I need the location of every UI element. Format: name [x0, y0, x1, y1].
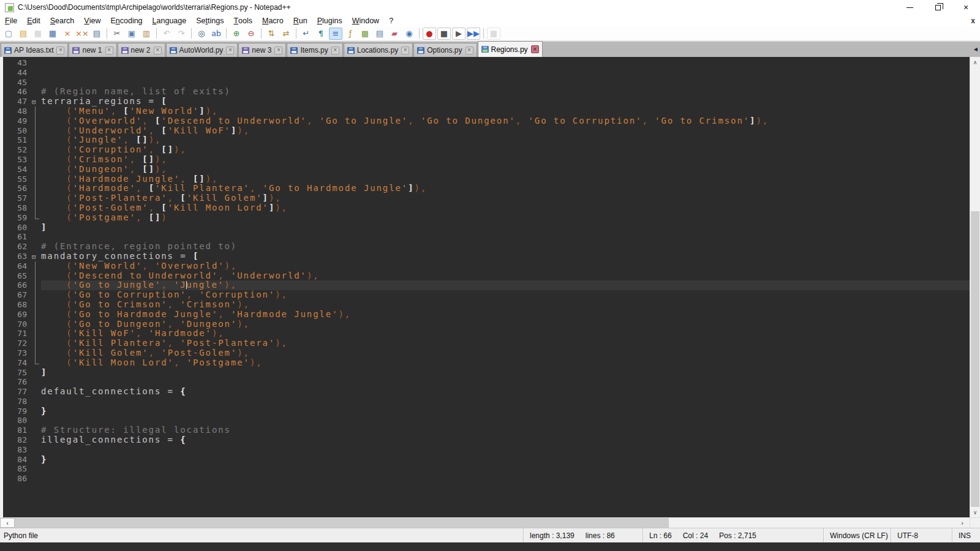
function-list-icon[interactable]: ƒ [344, 28, 357, 40]
tab-autoworld-py[interactable]: AutoWorld.py× [166, 43, 238, 57]
code-line[interactable]: 86 [3, 474, 970, 484]
menu-file[interactable]: File [0, 15, 22, 26]
code-line[interactable]: 82illegal_connections = { [3, 435, 970, 445]
zoom-in-icon[interactable]: ⊕ [230, 28, 243, 40]
code-line[interactable]: 45 [3, 78, 970, 88]
tab-ap-ideas-txt[interactable]: AP Ideas.txt× [1, 43, 68, 57]
tab-options-py[interactable]: Options.py× [413, 43, 477, 57]
tab-new-1[interactable]: new 1× [69, 43, 116, 57]
redo-icon[interactable]: ↷ [175, 28, 188, 40]
code-line[interactable]: 73 ('Kill Golem', 'Post-Golem'), [3, 348, 970, 358]
sync-horizontal-icon[interactable]: ⇄ [279, 28, 293, 40]
code-line[interactable]: 60] [3, 223, 970, 233]
code-line[interactable]: 67 ('Go to Corruption', 'Corruption'), [3, 290, 970, 300]
code-line[interactable]: 69 ('Go to Hardmode Jungle', 'Hardmode J… [3, 310, 970, 320]
tab-new-3[interactable]: new 3× [238, 43, 286, 57]
replace-icon[interactable]: ab [209, 28, 223, 40]
code-line[interactable]: 54 ('Dungeon', []), [3, 165, 970, 174]
code-line[interactable]: 46# (Region name, list of exits) [3, 87, 970, 97]
tab-close-icon[interactable]: × [226, 47, 234, 54]
scroll-right-arrow-icon[interactable]: › [955, 518, 970, 528]
menubar-close-icon[interactable]: x [971, 17, 975, 25]
code-line[interactable]: 79} [3, 407, 970, 416]
code-editor[interactable]: 43444546# (Region name, list of exits)47… [3, 57, 970, 517]
code-line[interactable]: 59 ('Postgame', []) [3, 213, 970, 223]
macro-run-multiple-icon[interactable]: ▶▶ [467, 28, 480, 40]
document-map-icon[interactable]: ▩ [358, 28, 372, 40]
menu-language[interactable]: Language [148, 15, 192, 26]
code-line[interactable]: 47terraria_regions = [ [3, 97, 970, 107]
menu-encoding[interactable]: Encoding [105, 15, 147, 26]
code-line[interactable]: 57 ('Post-Plantera', ['Kill Golem']), [3, 193, 970, 203]
minimize-button[interactable] [895, 0, 924, 15]
code-line[interactable]: 70 ('Go to Dungeon', 'Dungeon'), [3, 320, 970, 329]
horizontal-scrollbar[interactable]: ‹ › [0, 517, 980, 528]
code-line[interactable]: 55 ('Hardmode Jungle', []), [3, 174, 970, 184]
new-file-icon[interactable]: ▢ [2, 28, 15, 40]
open-folder-icon[interactable]: ▤ [17, 28, 30, 40]
macro-play-icon[interactable]: ▶ [452, 28, 466, 40]
vertical-scroll-thumb[interactable] [971, 211, 979, 507]
menu-run[interactable]: Run [288, 15, 312, 26]
close-doc-icon[interactable]: × [61, 28, 74, 40]
tab-close-icon[interactable]: × [105, 47, 113, 54]
find-icon[interactable]: ◎ [195, 28, 208, 40]
scroll-left-arrow-icon[interactable]: ‹ [0, 518, 15, 528]
sync-vertical-icon[interactable]: ⇅ [265, 28, 278, 40]
horizontal-scroll-track[interactable] [669, 518, 955, 528]
folder-as-workspace-icon[interactable]: ▰ [388, 28, 401, 40]
code-line[interactable]: 56 ('Hardmode', ['Kill Plantera', 'Go to… [3, 184, 970, 193]
code-line[interactable]: 62# (Entrance, region pointed to) [3, 242, 970, 252]
print-icon[interactable]: ▤ [90, 28, 104, 40]
menu-tools[interactable]: Tools [228, 15, 257, 26]
menu-search[interactable]: Search [45, 15, 80, 26]
cut-icon[interactable]: ✂ [110, 28, 124, 40]
tab-close-icon[interactable]: × [466, 47, 473, 54]
copy-icon[interactable]: ▣ [125, 28, 138, 40]
menu-macro[interactable]: Macro [257, 15, 288, 26]
indent-guide-icon[interactable]: ≡ [329, 28, 342, 40]
tab-locations-py[interactable]: Locations.py× [344, 43, 413, 57]
scroll-down-arrow-icon[interactable]: ∨ [970, 507, 980, 517]
code-line[interactable]: 49 ('Overworld', ['Descend to Underworld… [3, 116, 970, 126]
code-line[interactable]: 81# Structure: illegal locations [3, 425, 970, 435]
tab-regions-py[interactable]: Regions.py× [478, 41, 543, 57]
close-button[interactable]: × [952, 0, 980, 15]
code-line[interactable]: 51 ('Jungle', []), [3, 135, 970, 145]
monitoring-icon[interactable]: ◉ [402, 28, 416, 40]
tab-close-icon[interactable]: × [401, 47, 409, 54]
show-all-characters-icon[interactable]: ¶ [314, 28, 328, 40]
menu-?[interactable]: ? [384, 15, 398, 26]
paste-icon[interactable]: ▥ [140, 28, 153, 40]
code-line[interactable]: 84} [3, 455, 970, 465]
code-line[interactable]: 85 [3, 464, 970, 474]
undo-icon[interactable]: ↶ [160, 28, 173, 40]
tab-items-py[interactable]: Items.py× [287, 43, 342, 57]
vertical-scrollbar[interactable]: ∧ ∨ [970, 57, 980, 517]
scroll-up-arrow-icon[interactable]: ∧ [970, 57, 980, 67]
macro-stop-icon[interactable]: ■ [437, 28, 451, 40]
code-line[interactable]: 48 ('Menu', ['New World']), [3, 107, 970, 116]
code-line[interactable]: 53 ('Crimson', []), [3, 155, 970, 165]
tab-overflow-icon[interactable]: ◀ [974, 47, 978, 52]
document-list-icon[interactable]: ▤ [373, 28, 386, 40]
save-icon[interactable]: ▦ [31, 28, 45, 40]
menu-plugins[interactable]: Plugins [312, 15, 347, 26]
code-line[interactable]: 74 ('Kill Moon Lord', 'Postgame'), [3, 358, 970, 368]
code-line[interactable]: 43 [3, 58, 970, 68]
menu-view[interactable]: View [79, 15, 105, 26]
tab-close-icon[interactable]: × [274, 47, 282, 54]
code-line[interactable]: 66 ('Go to Jungle', 'Jungle'), [3, 280, 970, 290]
tab-close-icon[interactable]: × [531, 45, 539, 53]
macro-save-icon[interactable]: ▦ [487, 28, 500, 40]
fold-open-marker[interactable] [30, 252, 41, 261]
code-line[interactable]: 61 [3, 232, 970, 242]
menu-window[interactable]: Window [347, 15, 384, 26]
horizontal-scroll-thumb[interactable] [15, 518, 669, 528]
code-line[interactable]: 64 ('New World', 'Overworld'), [3, 261, 970, 271]
close-all-docs-icon[interactable]: ×× [75, 28, 89, 40]
code-line[interactable]: 65 ('Descend to Underworld', 'Underworld… [3, 271, 970, 281]
code-line[interactable]: 71 ('Kill WoF', 'Hardmode'), [3, 329, 970, 339]
save-all-icon[interactable]: ▦ [46, 28, 59, 40]
code-line[interactable]: 63mandatory_connections = [ [3, 252, 970, 261]
